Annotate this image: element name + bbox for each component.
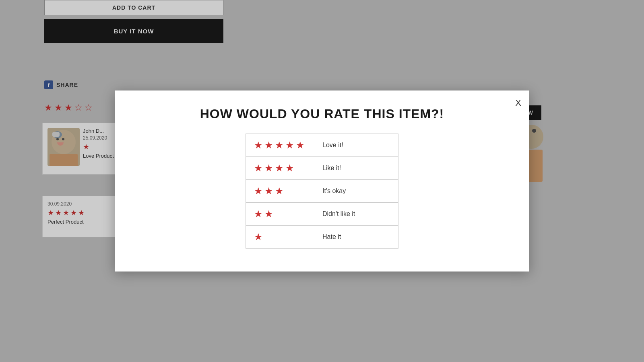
rating-stars-1: ★ [254,231,318,243]
rating-modal: X HOW WOULD YOU RATE THIS ITEM?! ★ ★ ★ ★… [115,90,529,272]
rating-label-1: Hate it [322,233,341,241]
modal-overlay: X HOW WOULD YOU RATE THIS ITEM?! ★ ★ ★ ★… [0,0,644,362]
rating-label-4: Like it! [322,165,341,172]
rating-stars-3: ★ ★ ★ [254,185,318,197]
rating-stars-5: ★ ★ ★ ★ ★ [254,140,318,151]
rating-label-3: It's okay [322,187,346,195]
rating-option-3[interactable]: ★ ★ ★ It's okay [246,180,398,203]
rating-options-list: ★ ★ ★ ★ ★ Love it! ★ ★ ★ ★ Like it! [246,134,398,249]
rating-option-2[interactable]: ★ ★ Didn't like it [246,203,398,226]
rating-option-1[interactable]: ★ Hate it [246,226,398,248]
rating-stars-4: ★ ★ ★ ★ [254,162,318,174]
rating-label-5: Love it! [322,142,343,149]
rating-option-4[interactable]: ★ ★ ★ ★ Like it! [246,157,398,180]
rating-stars-2: ★ ★ [254,208,318,220]
modal-close-button[interactable]: X [515,98,521,108]
rating-label-2: Didn't like it [322,210,355,218]
modal-title: HOW WOULD YOU RATE THIS ITEM?! [135,107,509,121]
rating-option-5[interactable]: ★ ★ ★ ★ ★ Love it! [246,134,398,157]
